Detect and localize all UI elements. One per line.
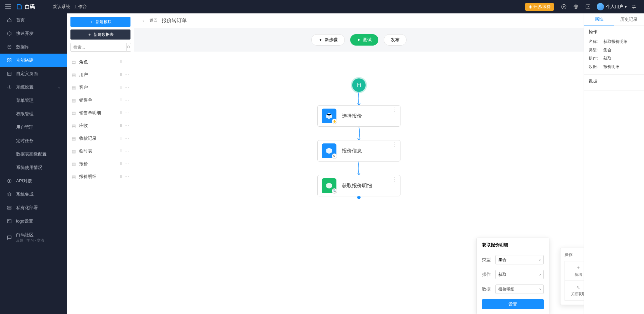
sidebar-item-quickdev[interactable]: 快速开发 <box>0 27 67 40</box>
more-icon[interactable]: ⋯ <box>124 148 129 154</box>
flow-node-get-detail[interactable]: 🔍 获取报价明细 ⋮ <box>317 175 400 196</box>
table-item[interactable]: ▤报价明细⠿⋯ <box>67 170 134 183</box>
sidebar-item-integration[interactable]: 系统集成 <box>0 188 67 201</box>
svg-rect-9 <box>8 72 11 76</box>
logo[interactable]: 白码 <box>16 3 35 10</box>
more-icon[interactable]: ⋮ <box>392 108 397 112</box>
properties-panel: 属性 历史记录 操作 名称:获取报价明细类型:集合操作:获取数据:报价明细 数据 <box>584 13 644 314</box>
breadcrumb[interactable]: 默认系统 · 工作台 <box>53 4 87 10</box>
upgrade-button[interactable]: ◉升级/续费 <box>525 3 554 11</box>
sidebar-item-builder[interactable]: 功能搭建 <box>0 54 67 67</box>
table-label: 临时表 <box>79 148 92 154</box>
table-item[interactable]: ▤用户⠿⋯ <box>67 68 134 81</box>
table-item[interactable]: ▤销售单⠿⋯ <box>67 94 134 107</box>
drag-handle-icon[interactable]: ⠿ <box>120 73 122 77</box>
table-item[interactable]: ▤应收⠿⋯ <box>67 119 134 132</box>
svg-rect-14 <box>8 208 11 209</box>
drag-handle-icon[interactable]: ⠿ <box>120 124 122 128</box>
settings-button[interactable]: 设置 <box>482 299 544 309</box>
sidebar-sub-user[interactable]: 用户管理 <box>0 121 67 134</box>
globe-icon[interactable] <box>571 2 581 11</box>
table-item[interactable]: ▤角色⠿⋯ <box>67 56 134 68</box>
new-table-button[interactable]: ＋ 新建数据表 <box>70 29 130 40</box>
more-icon[interactable]: ⋯ <box>124 59 129 65</box>
popup-title: 操作 <box>565 252 584 258</box>
server-icon <box>7 205 12 210</box>
sidebar-item-logo[interactable]: logo设置 <box>0 214 67 228</box>
sidebar-sub-advanced[interactable]: 数据表高级配置 <box>0 147 67 161</box>
more-icon[interactable]: ⋮ <box>392 178 397 181</box>
sidebar-item-settings[interactable]: 系统设置⌄ <box>0 80 67 94</box>
table-item[interactable]: ▤收款记录⠿⋯ <box>67 132 134 145</box>
drag-handle-icon[interactable]: ⠿ <box>120 60 122 64</box>
document-icon: ▤ <box>72 98 76 103</box>
tab-history[interactable]: 历史记录 <box>614 13 644 25</box>
table-item[interactable]: ▤临时表⠿⋯ <box>67 145 134 158</box>
flow-node-quote-info[interactable]: ↖ 报价信息 ⋮ <box>317 140 400 162</box>
prop-key: 数据: <box>589 64 603 70</box>
table-item[interactable]: ▤销售单明细⠿⋯ <box>67 107 134 119</box>
more-icon[interactable]: ⋯ <box>124 110 129 116</box>
drag-handle-icon[interactable]: ⠿ <box>120 111 122 115</box>
back-text[interactable]: 返回 <box>150 18 158 23</box>
sidebar-sub-cron[interactable]: 定时任务 <box>0 134 67 147</box>
table-item[interactable]: ▤客户⠿⋯ <box>67 81 134 94</box>
sidebar-item-home[interactable]: 首页 <box>0 13 67 27</box>
swap-icon[interactable] <box>629 2 639 11</box>
sidebar-sub-usage[interactable]: 系统使用情况 <box>0 161 67 174</box>
document-icon: ▤ <box>72 85 76 90</box>
more-icon[interactable]: ⋯ <box>124 136 129 141</box>
sidebar-sub-menu[interactable]: 菜单管理 <box>0 94 67 107</box>
field-label: 数据 <box>482 286 495 292</box>
table-label: 销售单 <box>79 97 92 103</box>
drag-handle-icon[interactable]: ⠿ <box>120 175 122 179</box>
table-label: 客户 <box>79 84 88 90</box>
select-field[interactable]: 获取› <box>495 270 544 279</box>
more-icon[interactable]: ⋯ <box>124 161 129 167</box>
search-button[interactable] <box>126 43 131 52</box>
drag-handle-icon[interactable]: ⠿ <box>120 149 122 153</box>
more-icon[interactable]: ⋯ <box>124 174 129 179</box>
user-menu[interactable]: 个人用户 ▾ <box>597 3 627 10</box>
operation-新增[interactable]: ＋新增 <box>565 261 584 281</box>
search-input[interactable] <box>70 43 126 52</box>
more-icon[interactable]: ⋯ <box>124 98 129 103</box>
sidebar-item-private[interactable]: 私有化部署 <box>0 201 67 214</box>
sidebar-item-label: 自定义页面 <box>16 71 38 77</box>
new-module-button[interactable]: ＋ 新建模块 <box>70 17 130 27</box>
help-icon[interactable]: ? <box>583 2 593 11</box>
drag-handle-icon[interactable]: ⠿ <box>120 85 122 90</box>
sidebar-item-database[interactable]: 数据库 <box>0 40 67 54</box>
prop-value: 报价明细 <box>603 64 620 70</box>
drag-handle-icon[interactable]: ⠿ <box>120 162 122 166</box>
menu-toggle-icon[interactable] <box>4 3 12 11</box>
tab-properties[interactable]: 属性 <box>584 13 614 25</box>
more-icon[interactable]: ⋯ <box>124 85 129 90</box>
community-link[interactable]: 白码社区反馈 · 学习 · 交流 <box>0 228 67 247</box>
drag-handle-icon[interactable]: ⠿ <box>120 98 122 103</box>
field-label: 操作 <box>482 271 495 277</box>
more-icon[interactable]: ⋯ <box>124 72 129 77</box>
drag-handle-icon[interactable]: ⠿ <box>120 136 122 141</box>
sidebar-item-api[interactable]: API对接 <box>0 174 67 188</box>
sidebar-item-custompage[interactable]: 自定义页面 <box>0 67 67 80</box>
operation-关联获取[interactable]: ↖关联获取 <box>565 281 584 300</box>
user-name: 个人用户 <box>606 4 624 10</box>
select-field[interactable]: 报价明细› <box>495 285 544 294</box>
flow-node-select-quote[interactable]: ✋ 选择报价 ⋮ <box>317 105 400 127</box>
op-label: 关联获取 <box>571 292 584 297</box>
table-item[interactable]: ▤报价⠿⋯ <box>67 158 134 170</box>
flow-canvas[interactable]: ✋ 选择报价 ⋮ ↖ 报价信息 ⋮ 🔍 获取报 <box>134 52 584 314</box>
select-field[interactable]: 集合› <box>495 255 544 264</box>
back-button[interactable] <box>140 17 148 25</box>
prop-key: 类型: <box>589 47 603 53</box>
arrow-icon: ↖ <box>332 153 337 159</box>
new-step-button[interactable]: ＋ 新步骤 <box>311 34 345 46</box>
more-icon[interactable]: ⋯ <box>124 123 129 128</box>
test-button[interactable]: 测试 <box>350 34 378 46</box>
start-node[interactable] <box>352 78 366 92</box>
publish-button[interactable]: 发布 <box>384 34 407 46</box>
play-icon[interactable] <box>559 2 569 11</box>
more-icon[interactable]: ⋮ <box>392 143 397 146</box>
sidebar-sub-permission[interactable]: 权限管理 <box>0 107 67 121</box>
